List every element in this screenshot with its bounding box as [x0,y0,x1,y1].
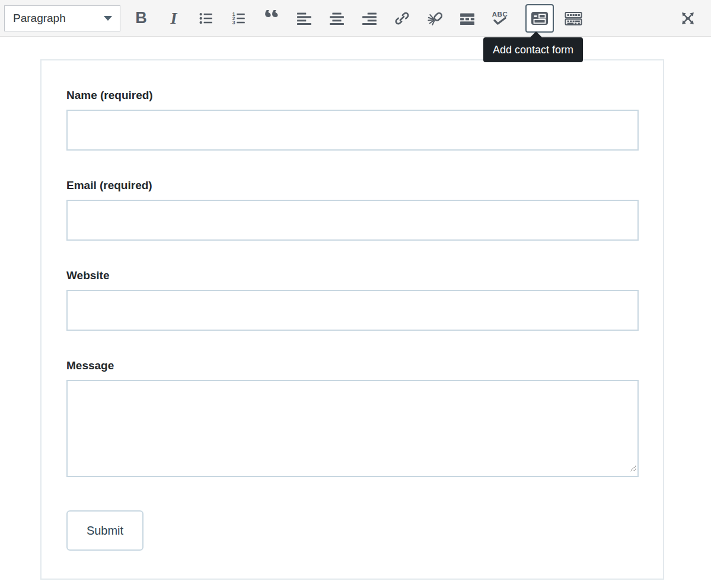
format-dropdown-value: Paragraph [13,12,66,25]
blockquote-button[interactable]: “ [257,5,286,31]
svg-text:3: 3 [232,20,235,25]
textarea-resize-handle[interactable] [629,464,636,474]
fullscreen-icon [680,10,696,27]
align-right-button[interactable] [355,5,384,31]
website-field-label: Website [66,269,639,282]
align-left-icon [296,11,312,26]
bold-icon: B [135,10,147,26]
message-field[interactable] [66,380,639,477]
tooltip-label: Add contact form [493,44,573,56]
field-group-email: Email (required) [66,178,639,241]
insert-more-tag-button[interactable] [452,5,482,31]
numbered-list-icon: 1 2 3 [231,11,247,26]
italic-button[interactable]: I [159,5,189,31]
italic-icon: I [171,10,177,27]
name-field[interactable] [66,110,639,151]
align-left-button[interactable] [289,5,319,31]
field-group-message: Message [66,359,639,477]
add-contact-form-tooltip: Add contact form [483,37,583,62]
contact-form-icon [531,11,549,26]
spellcheck-icon: ABC [492,11,508,25]
editor-toolbar: Paragraph B I 1 2 3 “ [0,0,711,37]
keyboard-shortcuts-button[interactable] [559,5,588,31]
add-contact-form-button[interactable] [525,4,554,33]
message-field-label: Message [66,359,639,372]
fullscreen-button[interactable] [673,5,703,31]
submit-button[interactable]: Submit [66,510,144,551]
more-tag-icon [460,11,475,26]
field-group-website: Website [66,269,639,331]
bullet-list-icon [199,11,214,26]
name-field-label: Name (required) [66,88,639,102]
keyboard-icon [565,11,582,26]
bullet-list-button[interactable] [192,5,221,31]
align-right-icon [362,11,377,26]
blockquote-icon: “ [262,10,282,27]
numbered-list-button[interactable]: 1 2 3 [224,5,254,31]
spellcheck-button[interactable]: ABC [485,5,515,31]
chevron-down-icon [104,16,112,21]
website-field[interactable] [66,290,639,331]
align-center-icon [329,11,345,26]
email-field[interactable] [66,200,639,241]
tooltip-arrow [530,31,543,38]
insert-link-button[interactable] [387,5,417,31]
link-icon [394,11,410,26]
field-group-name: Name (required) [66,88,639,151]
align-center-button[interactable] [322,5,352,31]
editor-canvas[interactable]: Name (required) Email (required) Website… [40,59,664,580]
unlink-icon [427,11,442,26]
unlink-button[interactable] [420,5,449,31]
format-dropdown[interactable]: Paragraph [4,5,120,31]
email-field-label: Email (required) [66,178,639,192]
bold-button[interactable]: B [126,5,156,31]
